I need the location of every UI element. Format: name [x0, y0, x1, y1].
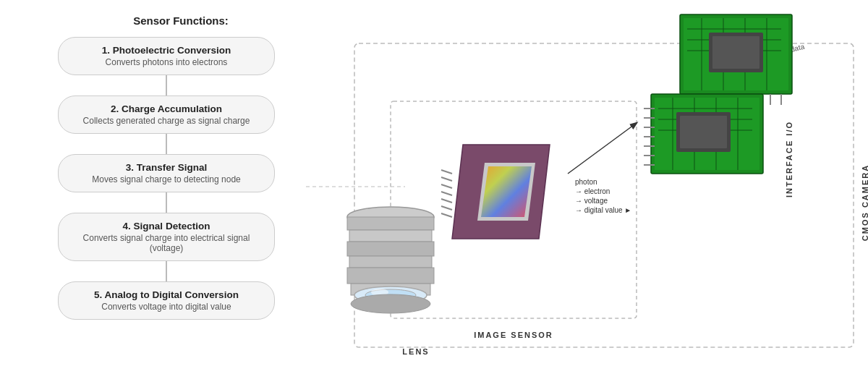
- svg-text:→ voltage: → voltage: [575, 197, 608, 205]
- svg-line-35: [441, 199, 452, 203]
- step-4-desc: Converts signal charge into electrical s…: [79, 233, 254, 253]
- svg-line-33: [441, 184, 452, 188]
- step-5-desc: Converts voltage into digital value: [79, 302, 254, 312]
- step-3-desc: Moves signal charge to detecting node: [79, 174, 254, 184]
- svg-text:photon: photon: [575, 178, 597, 186]
- svg-rect-18: [347, 217, 434, 230]
- svg-rect-22: [347, 268, 434, 284]
- step-1: 1. Photoelectric Conversion Converts pho…: [58, 37, 275, 75]
- step-2-desc: Collects generated charge as signal char…: [79, 116, 254, 126]
- svg-line-32: [441, 177, 452, 181]
- panel-title: Sensor Functions:: [51, 14, 311, 27]
- lens-illustration: [344, 203, 438, 318]
- step-5: 5. Analog to Digital Conversion Converts…: [58, 281, 275, 320]
- isp-chips-illustration: [637, 7, 810, 188]
- svg-line-3: [568, 123, 637, 174]
- svg-line-36: [441, 206, 452, 210]
- left-panel: Sensor Functions: 1. Photoelectric Conve…: [22, 14, 311, 320]
- svg-rect-20: [347, 242, 434, 256]
- step-2: 2. Charge Accumulation Collects generate…: [58, 95, 275, 134]
- svg-line-31: [441, 170, 452, 174]
- step-5-title: 5. Analog to Digital Conversion: [79, 289, 254, 300]
- svg-text:IMAGE SENSOR: IMAGE SENSOR: [474, 331, 553, 339]
- step-4: 4. Signal Detection Converts signal char…: [58, 213, 275, 261]
- svg-line-34: [441, 192, 452, 195]
- connector-3: [166, 192, 167, 213]
- svg-rect-68: [680, 116, 727, 148]
- svg-text:→ digital value ►: → digital value ►: [575, 206, 631, 214]
- svg-text:CMOS CAMERA: CMOS CAMERA: [861, 164, 868, 241]
- sensor-chip-illustration: [438, 109, 553, 253]
- svg-line-37: [441, 213, 452, 217]
- svg-rect-48: [712, 36, 760, 69]
- svg-text:→ electron: → electron: [575, 187, 610, 195]
- svg-point-27: [351, 294, 430, 313]
- step-4-title: 4. Signal Detection: [79, 221, 254, 231]
- step-2-title: 2. Charge Accumulation: [79, 103, 254, 114]
- svg-rect-19: [349, 230, 432, 242]
- step-1-title: 1. Photoelectric Conversion: [79, 45, 254, 56]
- step-3: 3. Transfer Signal Moves signal charge t…: [58, 154, 275, 192]
- step-1-desc: Converts photons into electrons: [79, 57, 254, 67]
- connector-4: [166, 261, 167, 281]
- connector-1: [166, 75, 167, 95]
- right-panel: LENS IMAGE SENSOR ISP INTERFACE I/O CMOS…: [304, 0, 868, 374]
- svg-marker-30: [481, 166, 532, 217]
- steps-container: 1. Photoelectric Conversion Converts pho…: [22, 37, 311, 320]
- connector-2: [166, 134, 167, 154]
- svg-text:LENS: LENS: [402, 347, 429, 356]
- step-3-title: 3. Transfer Signal: [79, 162, 254, 173]
- svg-rect-21: [349, 256, 432, 268]
